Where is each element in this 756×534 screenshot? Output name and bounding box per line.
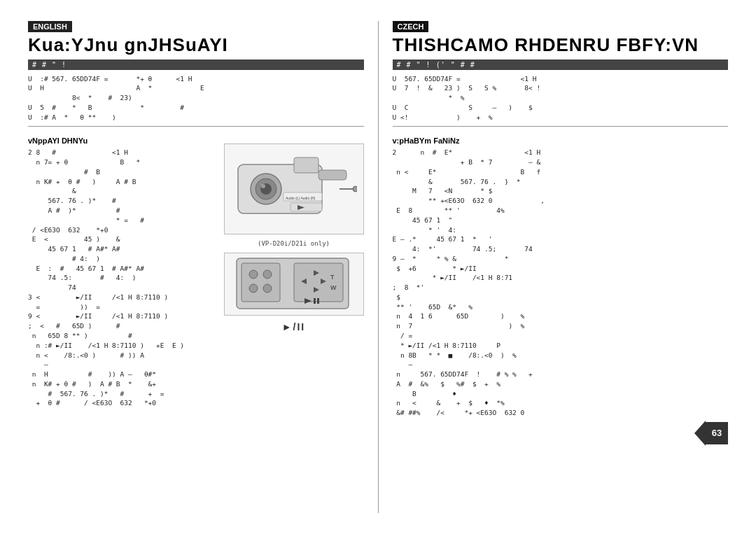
svg-point-16: [249, 270, 258, 279]
svg-point-17: [263, 270, 272, 279]
columns: ENGLISH Kua:YJnu gnJHSuAYI # # " ! U :# …: [28, 21, 728, 513]
play-pause-indicator: ►/II: [282, 321, 306, 332]
svg-rect-26: [314, 298, 316, 304]
czech-body-intro: U 567. 65DD74F = <1 H U 7 ! & 23 ) S S %…: [393, 74, 729, 122]
page-number-area: 63: [393, 421, 729, 446]
czech-lang-badge: CZECH: [393, 21, 729, 35]
english-body-main: 2 8 # <1 H n 7= + θ B * # B n K# + θ # )…: [28, 148, 220, 408]
english-title: Kua:YJnu gnJHSuAYI: [28, 35, 364, 55]
svg-text:Audio (L)  Audio (R): Audio (L) Audio (R): [286, 196, 316, 200]
english-lang-badge: ENGLISH: [28, 21, 364, 35]
czech-sub-title: v:pHaBYm FaNiNz: [393, 136, 729, 145]
col-czech: CZECH THISHCAMO RHDENRU FBFY:VN # # " ! …: [379, 21, 729, 513]
page-number-badge: 63: [706, 422, 728, 444]
camera-image: Audio (L) Audio (R) AV.In: [224, 143, 364, 234]
czech-body-main: 2 n # E* <1 H + B * 7 – & n < E* B f & 5…: [393, 148, 729, 417]
czech-right-text: v:pHaBYm FaNiNz 2 n # E* <1 H + B * 7 – …: [393, 131, 729, 417]
remote-svg: T W: [231, 255, 357, 314]
english-section-header: # # " !: [28, 59, 364, 70]
svg-rect-27: [317, 298, 319, 304]
svg-rect-12: [290, 203, 322, 211]
svg-rect-15: [241, 263, 280, 302]
svg-point-19: [263, 284, 272, 293]
svg-text:T: T: [330, 274, 335, 281]
czech-section-header: # # " ! (' " # #: [393, 59, 729, 70]
english-left-text: vNppAYI DHNYu 2 8 # <1 H n 7= + θ B * # …: [28, 131, 220, 408]
camera-caption: (VP-D20i/D21i only): [258, 240, 330, 247]
english-images: Audio (L) Audio (R) AV.In (VP-D20i/D21i …: [224, 131, 364, 408]
page-number: 63: [712, 428, 722, 438]
czech-title: THISHCAMO RHDENRU FBFY:VN: [393, 35, 729, 55]
svg-point-4: [261, 184, 265, 188]
svg-rect-5: [294, 157, 318, 173]
divider-right: [393, 126, 729, 127]
czech-badge: CZECH: [393, 21, 429, 32]
remote-image: T W: [224, 253, 364, 316]
camera-svg: Audio (L) Audio (R) AV.In: [231, 150, 357, 227]
svg-point-8: [353, 186, 357, 192]
svg-point-18: [249, 284, 258, 293]
col-english: ENGLISH Kua:YJnu gnJHSuAYI # # " ! U :# …: [28, 21, 379, 513]
svg-text:W: W: [330, 284, 337, 291]
english-body-intro: U :# 567. 65DD74F = *+ θ <1 H U H A * E …: [28, 74, 364, 122]
svg-rect-6: [318, 170, 346, 180]
svg-rect-20: [294, 263, 343, 302]
english-sub-title: vNppAYI DHNYu: [28, 136, 220, 145]
page: ENGLISH Kua:YJnu gnJHSuAYI # # " ! U :# …: [0, 0, 756, 534]
english-badge: ENGLISH: [28, 21, 72, 32]
divider-left: [28, 126, 364, 127]
